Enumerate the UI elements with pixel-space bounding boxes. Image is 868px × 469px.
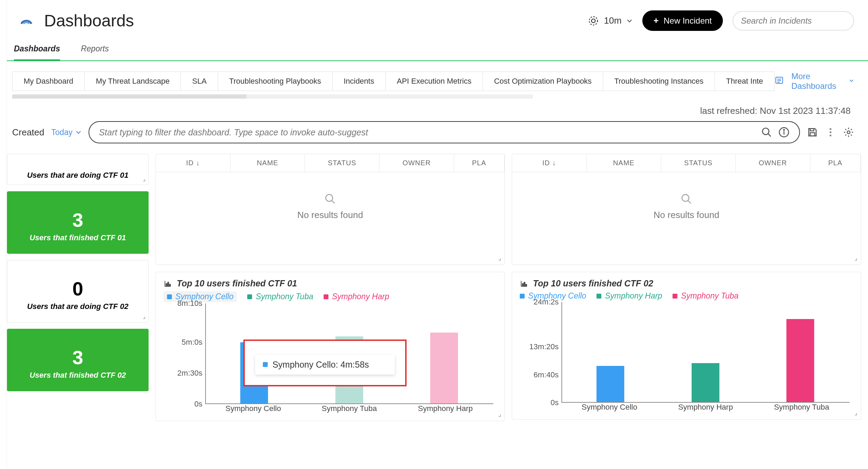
dashboard-tab[interactable]: My Threat Landscape [85,72,181,91]
svg-point-0 [589,17,598,25]
legend-item[interactable]: Symphony Tuba [247,291,313,302]
more-vertical-icon[interactable] [825,127,836,138]
search-incidents-field[interactable] [733,11,854,31]
refresh-icon [588,15,599,26]
legend-swatch [167,294,172,299]
y-axis: 8m:10s 5m:0s 2m:30s 0s [164,303,205,404]
legend-item[interactable]: Symphony Harp [596,291,662,301]
list-icon[interactable] [775,76,784,87]
resize-handle-icon[interactable]: ⌟ [854,409,857,417]
column-header[interactable]: NAME [231,154,305,172]
left-rail [0,0,7,469]
svg-rect-31 [524,282,525,286]
dashboard-tab[interactable]: My Dashboard [12,72,85,91]
svg-rect-32 [526,284,527,286]
chevron-down-icon [75,129,82,135]
column-header[interactable]: STATUS [305,154,379,172]
chart-legend: Symphony Cello Symphony Harp Symphony Tu… [520,291,853,301]
dashboard-content: Users that are doing CTF 01 ⌟ 3 Users th… [0,154,868,421]
stat-label: Users that finished CTF 02 [12,371,143,380]
gear-icon[interactable] [843,127,854,138]
stat-label: Users that are doing CTF 02 [12,302,143,311]
column-header[interactable]: PLA [454,154,504,172]
dashboard-tab[interactable]: Troubleshooting Playbooks [218,72,333,91]
info-icon[interactable] [778,127,790,138]
dashboard-tab[interactable]: Troubleshooting Instances [603,72,715,91]
column-header[interactable]: ID ↓ [156,154,231,172]
stat-label: Users that finished CTF 01 [12,233,143,242]
resize-handle-icon[interactable]: ⌟ [143,175,145,183]
chart-title: Top 10 users finished CTF 02 [533,278,653,288]
dashboard-tab[interactable]: Threat Inte [715,72,774,91]
chart-bar[interactable] [692,363,719,402]
new-incident-button[interactable]: + New Incident [642,10,723,31]
dashboard-filter-input[interactable] [99,127,756,137]
column-header[interactable]: NAME [587,154,661,172]
search-icon[interactable] [761,127,772,138]
plot: Symphony Cello: 4m:58s [205,303,493,404]
save-icon[interactable] [807,127,818,138]
svg-point-8 [762,128,769,135]
svg-line-27 [688,200,691,203]
search-icon [324,193,336,205]
svg-point-26 [682,194,689,201]
stat-card-ctf02-finished: 3 Users that finished CTF 02 [7,329,149,391]
page-header: Dashboards 10m + New Incident [0,0,868,38]
column-header[interactable]: STATUS [661,154,736,172]
legend-item[interactable]: Symphony Harp [324,291,389,302]
legend-item[interactable]: Symphony Tuba [673,291,738,301]
resize-handle-icon[interactable]: ⌟ [498,254,501,262]
chevron-down-icon [849,78,854,84]
chart-bar[interactable] [786,319,814,402]
table-header: ID ↓ NAME STATUS OWNER PLA [156,154,504,172]
svg-line-20 [332,200,335,203]
plus-icon: + [653,15,659,26]
dashboard-filter-field[interactable] [89,121,800,143]
dashboard-tab[interactable]: Cost Optimization Playbooks [483,72,603,91]
chart-tooltip: Symphony Cello: 4m:58s [243,340,407,386]
search-incidents-input[interactable] [741,16,846,26]
stat-card-ctf02-doing: 0 Users that are doing CTF 02 ⌟ [7,260,149,323]
chevron-down-icon [626,18,633,24]
more-dashboards-link[interactable]: More Dashboards [791,72,854,91]
chart-plot-area: 8m:10s 5m:0s 2m:30s 0s Symphony Cello: 4… [164,303,497,414]
tab-dashboards[interactable]: Dashboards [14,38,60,60]
chart-bar[interactable] [596,366,624,402]
svg-rect-24 [168,282,169,286]
column-header[interactable]: ID ↓ [512,154,587,172]
stat-value: 0 [12,277,143,300]
stat-card-ctf01-finished: 3 Users that finished CTF 01 [7,191,149,254]
created-label: Created [12,127,44,138]
last-refreshed-text: last refreshed: Nov 1st 2023 11:37:48 [0,99,868,116]
chart-bar[interactable] [430,333,458,403]
dashboard-tab[interactable]: Incidents [333,72,386,91]
filter-row: Created Today [0,116,868,154]
created-range-selector[interactable]: Today [51,128,82,137]
svg-point-18 [847,131,850,134]
refresh-interval-value: 10m [604,15,621,26]
stat-card-ctf01-doing: Users that are doing CTF 01 ⌟ [7,154,149,185]
resize-handle-icon[interactable]: ⌟ [498,410,501,418]
dashboard-tab[interactable]: API Execution Metrics [386,72,483,91]
svg-rect-30 [522,284,523,286]
tab-scrollbar[interactable] [12,94,533,99]
refresh-interval-selector[interactable]: 10m [588,15,633,26]
legend-swatch [673,294,677,299]
svg-point-16 [829,131,831,133]
search-icon [681,193,692,205]
resize-handle-icon[interactable]: ⌟ [854,254,857,262]
no-results: No results found [156,172,504,241]
tab-reports[interactable]: Reports [81,38,109,60]
dashboard-tab[interactable]: SLA [181,72,218,91]
legend-swatch [263,362,268,367]
svg-point-1 [592,19,595,23]
column-header[interactable]: OWNER [736,154,810,172]
stat-value: 3 [12,346,143,369]
incidents-table-panel-1: ID ↓ NAME STATUS OWNER PLA No results fo… [156,154,505,265]
column-header[interactable]: PLA [810,154,861,172]
x-axis: Symphony Cello Symphony Tuba Symphony Ha… [205,404,493,414]
svg-line-9 [768,134,771,136]
stat-label: Users that are doing CTF 01 [12,171,143,180]
resize-handle-icon[interactable]: ⌟ [143,312,145,320]
column-header[interactable]: OWNER [379,154,454,172]
